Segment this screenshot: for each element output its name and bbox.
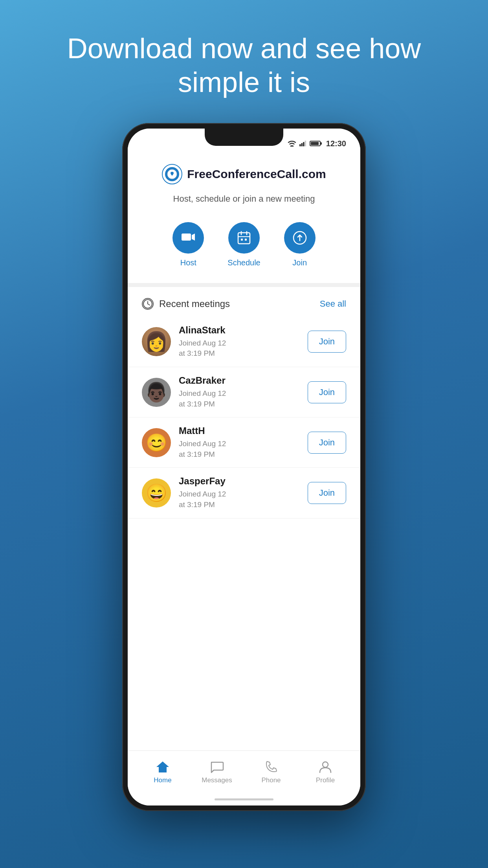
svg-marker-9 [192,234,195,241]
meeting-item: CazBraker Joined Aug 12 at 3:19 PM Join [128,367,360,417]
avatar-matt [142,428,171,457]
home-bar [215,798,273,800]
phone-notch [205,129,283,146]
bottom-nav: Home Messages Phone [128,750,360,794]
meeting-time-matt: Joined Aug 12 at 3:19 PM [179,439,300,460]
join-meeting-alina[interactable]: Join [308,331,346,353]
brand-name: FreeConferenceCall.com [187,167,326,181]
nav-profile[interactable]: Profile [298,760,352,784]
app-content: FreeConferenceCall.com Host, schedule or… [128,152,360,805]
meeting-info-alina: AlinaStark Joined Aug 12 at 3:19 PM [179,325,300,359]
host-circle [172,222,204,254]
profile-icon [318,760,332,774]
avatar-caz [142,378,171,407]
meeting-name-jasper: JasperFay [179,476,300,487]
section-divider [128,283,360,287]
brand-logo: FreeConferenceCall.com [162,164,326,184]
phone-shell: 12:30 [122,123,366,811]
join-circle [284,222,316,254]
battery-icon [310,141,321,146]
meeting-info-caz: CazBraker Joined Aug 12 at 3:19 PM [179,375,300,409]
wifi-icon [288,140,296,147]
meeting-item: AlinaStark Joined Aug 12 at 3:19 PM Join [128,317,360,367]
recent-header: Recent meetings See all [128,287,360,317]
nav-home-label: Home [154,776,171,784]
meeting-name-alina: AlinaStark [179,325,300,336]
meeting-time-caz: Joined Aug 12 at 3:19 PM [179,388,300,409]
status-time: 12:30 [326,139,346,148]
nav-messages[interactable]: Messages [190,760,244,784]
host-button[interactable]: Host [172,222,204,267]
signal-icon [299,140,306,147]
app-logo-icon [162,164,182,184]
meeting-name-matt: MattH [179,425,300,436]
meeting-item: JasperFay Joined Aug 12 at 3:19 PM Join [128,468,360,518]
schedule-label: Schedule [227,258,260,267]
phone-icon [264,760,278,774]
meeting-time-alina: Joined Aug 12 at 3:19 PM [179,338,300,359]
action-buttons: Host [172,218,315,271]
svg-point-22 [323,762,328,767]
join-meeting-matt[interactable]: Join [308,432,346,454]
app-header: FreeConferenceCall.com Host, schedule or… [128,152,360,283]
join-button[interactable]: Join [284,222,316,267]
join-meeting-caz[interactable]: Join [308,381,346,403]
tagline: Host, schedule or join a new meeting [173,194,315,204]
avatar-alina [142,327,171,356]
nav-profile-label: Profile [316,776,335,784]
recent-meetings-section: Recent meetings See all AlinaStark Joine… [128,287,360,750]
avatar-jasper [142,478,171,508]
svg-rect-2 [303,142,305,147]
schedule-button[interactable]: Schedule [227,222,260,267]
svg-rect-8 [182,234,191,241]
home-icon [156,760,170,774]
meeting-info-jasper: JasperFay Joined Aug 12 at 3:19 PM [179,476,300,510]
meeting-item: MattH Joined Aug 12 at 3:19 PM Join [128,417,360,468]
svg-rect-10 [238,233,250,244]
recent-meetings-title: Recent meetings [159,298,230,309]
nav-phone-label: Phone [261,776,281,784]
svg-rect-0 [299,144,301,146]
schedule-circle [228,222,260,254]
home-indicator [128,794,360,805]
host-label: Host [180,258,196,267]
svg-rect-1 [301,143,303,146]
clock-icon [142,298,154,310]
meeting-name-caz: CazBraker [179,375,300,386]
svg-line-21 [148,304,150,305]
join-label: Join [292,258,307,267]
messages-icon [210,760,224,774]
svg-rect-3 [305,141,306,146]
recent-title-group: Recent meetings [142,298,230,310]
nav-phone[interactable]: Phone [244,760,298,784]
nav-messages-label: Messages [202,776,232,784]
meeting-time-jasper: Joined Aug 12 at 3:19 PM [179,489,300,510]
nav-home[interactable]: Home [136,760,190,784]
see-all-button[interactable]: See all [320,299,346,309]
join-meeting-jasper[interactable]: Join [308,482,346,504]
svg-rect-14 [241,239,243,241]
meeting-info-matt: MattH Joined Aug 12 at 3:19 PM [179,425,300,460]
headline: Download now and see how simple it is [0,31,488,99]
svg-rect-15 [245,239,247,241]
